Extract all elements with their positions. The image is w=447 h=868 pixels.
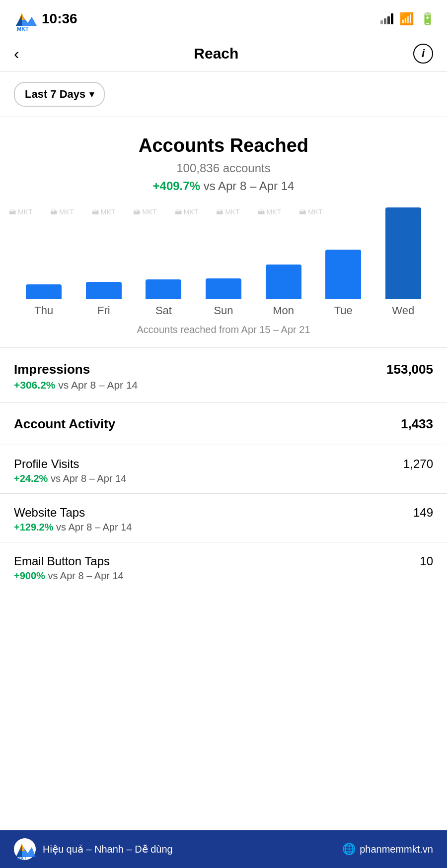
bar-label-thu: Thu — [34, 304, 53, 317]
main-content: Accounts Reached 100,836 accounts +409.7… — [0, 117, 447, 641]
impressions-change-positive: +306.2% — [14, 379, 56, 391]
bar-column-wed: Wed — [373, 207, 433, 317]
website-taps-change-text: vs Apr 8 – Apr 14 — [54, 522, 132, 533]
bar-mon — [266, 265, 301, 299]
chart-container: 🏔 MKT 🏔 MKT 🏔 MKT 🏔 MKT 🏔 MKT 🏔 MKT 🏔 MK… — [0, 203, 447, 347]
profile-visits-value: 1,270 — [403, 457, 433, 471]
account-activity-value: 1,433 — [401, 416, 433, 432]
profile-visits-change-text: vs Apr 8 – Apr 14 — [48, 473, 126, 484]
bar-label-sat: Sat — [155, 304, 172, 317]
bar-label-fri: Fri — [97, 304, 110, 317]
impressions-change: +306.2% vs Apr 8 – Apr 14 — [14, 379, 433, 391]
banner-logo: MKT — [14, 838, 36, 860]
accounts-change-positive: +409.7% — [153, 179, 200, 193]
banner-right: 🌐 phanmemmkt.vn — [342, 843, 433, 856]
bottom-banner: MKT Hiệu quả – Nhanh – Dễ dùng 🌐 phanmem… — [0, 830, 447, 868]
status-time: 10:36 — [42, 11, 77, 27]
profile-visits-positive: +24.2% — [14, 473, 48, 484]
email-taps-header: Email Button Taps 10 — [14, 554, 433, 568]
mkt-logo: MKT — [12, 6, 38, 32]
bar-label-wed: Wed — [392, 304, 414, 317]
status-right: 📶 🔋 — [380, 12, 435, 26]
impressions-section: Impressions 153,005 +306.2% vs Apr 8 – A… — [0, 347, 447, 402]
email-taps-positive: +900% — [14, 570, 45, 581]
signal-icon — [380, 13, 393, 24]
banner-website: phanmemmkt.vn — [360, 844, 433, 855]
impressions-label: Impressions — [14, 362, 90, 377]
email-taps-label: Email Button Taps — [14, 554, 110, 568]
profile-visits-label: Profile Visits — [14, 457, 79, 471]
account-activity-label: Account Activity — [14, 416, 115, 432]
bar-column-sat: Sat — [134, 279, 194, 317]
bar-column-sun: Sun — [194, 278, 254, 317]
accounts-change-text: vs Apr 8 – Apr 14 — [200, 179, 294, 193]
email-taps-value: 10 — [420, 554, 433, 568]
account-activity-section: Account Activity 1,433 — [0, 402, 447, 445]
chart-bars-area: ThuFriSatSunMonTueWed — [14, 208, 433, 317]
bar-thu — [26, 284, 62, 299]
email-taps-change-text: vs Apr 8 – Apr 14 — [45, 570, 124, 581]
globe-icon: 🌐 — [342, 843, 356, 856]
svg-text:MKT: MKT — [17, 26, 29, 32]
bar-column-mon: Mon — [253, 265, 313, 317]
bar-column-thu: Thu — [14, 284, 74, 317]
svg-text:MKT: MKT — [17, 856, 27, 860]
impressions-change-text: vs Apr 8 – Apr 14 — [56, 379, 138, 391]
chevron-down-icon: ▾ — [89, 89, 94, 100]
email-taps-change: +900% vs Apr 8 – Apr 14 — [14, 570, 433, 582]
impressions-value: 153,005 — [386, 362, 433, 377]
bar-fri — [86, 282, 122, 299]
bar-label-tue: Tue — [334, 304, 353, 317]
back-button[interactable]: ‹ — [14, 45, 19, 63]
profile-visits-header: Profile Visits 1,270 — [14, 457, 433, 471]
page-title: Reach — [194, 45, 238, 62]
banner-tagline: Hiệu quả – Nhanh – Dễ dùng — [43, 843, 173, 855]
info-button[interactable]: i — [413, 44, 433, 64]
battery-icon: 🔋 — [420, 12, 435, 26]
impressions-header: Impressions 153,005 — [14, 362, 433, 377]
profile-visits-section: Profile Visits 1,270 +24.2% vs Apr 8 – A… — [0, 445, 447, 493]
bar-sat — [146, 279, 181, 299]
website-taps-section: Website Taps 149 +129.2% vs Apr 8 – Apr … — [0, 493, 447, 542]
website-taps-header: Website Taps 149 — [14, 506, 433, 520]
profile-visits-change: +24.2% vs Apr 8 – Apr 14 — [14, 473, 433, 484]
bar-label-mon: Mon — [273, 304, 294, 317]
website-taps-positive: +129.2% — [14, 522, 54, 533]
accounts-count: 100,836 accounts — [14, 161, 433, 175]
bar-label-sun: Sun — [214, 304, 233, 317]
wifi-icon: 📶 — [399, 12, 414, 26]
status-bar: MKT 10:36 📶 🔋 — [0, 0, 447, 36]
account-activity-header: Account Activity 1,433 — [14, 416, 433, 432]
accounts-reached-title: Accounts Reached — [14, 135, 433, 156]
filter-bar: Last 7 Days ▾ — [0, 72, 447, 117]
website-taps-label: Website Taps — [14, 506, 85, 520]
bar-column-tue: Tue — [313, 250, 373, 317]
page-header: ‹ Reach i — [0, 36, 447, 72]
banner-left: MKT Hiệu quả – Nhanh – Dễ dùng — [14, 838, 173, 860]
bar-column-fri: Fri — [74, 282, 134, 317]
bar-tue — [325, 250, 361, 299]
bar-sun — [206, 278, 241, 299]
bar-wed — [385, 207, 421, 299]
accounts-reached-section: Accounts Reached 100,836 accounts +409.7… — [0, 117, 447, 203]
email-taps-section: Email Button Taps 10 +900% vs Apr 8 – Ap… — [0, 542, 447, 641]
date-range-label: Last 7 Days — [25, 88, 85, 101]
chart-caption: Accounts reached from Apr 15 – Apr 21 — [14, 317, 433, 347]
website-taps-value: 149 — [413, 506, 433, 520]
website-taps-change: +129.2% vs Apr 8 – Apr 14 — [14, 522, 433, 533]
date-range-dropdown[interactable]: Last 7 Days ▾ — [14, 82, 105, 107]
accounts-change: +409.7% vs Apr 8 – Apr 14 — [14, 179, 433, 193]
status-left: MKT 10:36 — [12, 6, 77, 32]
